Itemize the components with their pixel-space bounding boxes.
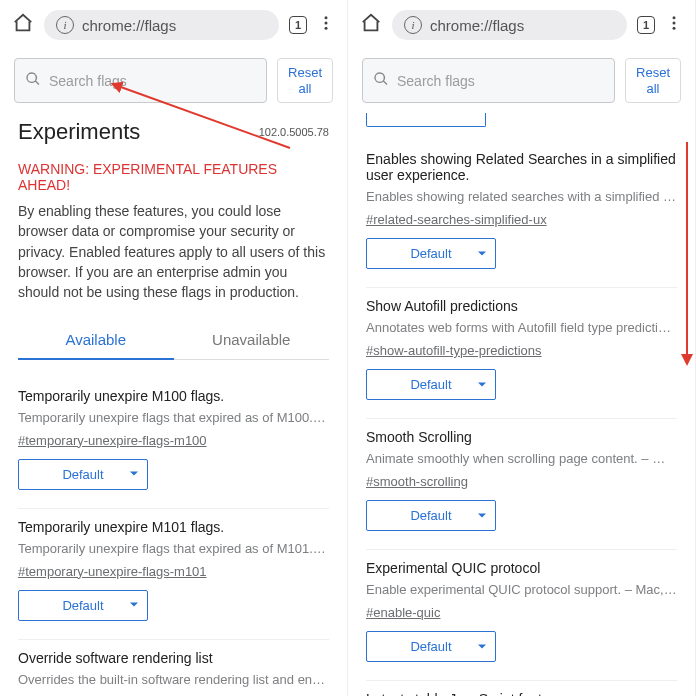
- search-icon: [25, 71, 41, 91]
- flag-title: Temporarily unexpire M100 flags.: [18, 388, 329, 404]
- flag-item: Latest stable JavaScript features Some w…: [366, 681, 677, 696]
- flag-desc: Overrides the built-in software renderin…: [18, 672, 329, 687]
- search-flags-input[interactable]: [362, 58, 615, 103]
- url-text: chrome://flags: [82, 17, 176, 34]
- address-bar[interactable]: i chrome://flags: [44, 10, 279, 40]
- flag-title: Override software rendering list: [18, 650, 329, 666]
- reset-all-button[interactable]: Reset all: [277, 58, 333, 103]
- svg-point-2: [325, 27, 328, 30]
- chevron-down-icon: [477, 508, 487, 523]
- overflow-menu-icon[interactable]: [317, 14, 335, 36]
- page-title: Experiments: [18, 119, 140, 145]
- flag-title: Latest stable JavaScript features: [366, 691, 677, 696]
- partial-dropdown[interactable]: [366, 113, 486, 127]
- version-text: 102.0.5005.78: [259, 126, 329, 138]
- flag-desc: Enable experimental QUIC protocol suppor…: [366, 582, 677, 597]
- flag-dropdown[interactable]: Default: [366, 631, 496, 662]
- search-field[interactable]: [49, 73, 256, 89]
- reset-all-button[interactable]: Reset all: [625, 58, 681, 103]
- chevron-down-icon: [477, 639, 487, 654]
- browser-toolbar: i chrome://flags 1: [348, 0, 695, 50]
- search-row: Reset all: [0, 50, 347, 111]
- flag-anchor[interactable]: #show-autofill-type-predictions: [366, 343, 542, 358]
- flag-dropdown[interactable]: Default: [366, 238, 496, 269]
- chevron-down-icon: [129, 467, 139, 482]
- flag-anchor[interactable]: #temporary-unexpire-flags-m101: [18, 564, 207, 579]
- svg-point-3: [673, 16, 676, 19]
- svg-point-5: [673, 27, 676, 30]
- flag-anchor[interactable]: #enable-quic: [366, 605, 440, 620]
- home-icon[interactable]: [360, 12, 382, 38]
- chevron-down-icon: [477, 377, 487, 392]
- pane-right: i chrome://flags 1 Reset all Enables sho…: [348, 0, 696, 696]
- pane-left: i chrome://flags 1 Reset all Experiments…: [0, 0, 348, 696]
- address-bar[interactable]: i chrome://flags: [392, 10, 627, 40]
- flag-item: Enables showing Related Searches in a si…: [366, 141, 677, 288]
- flag-item: Show Autofill predictions Annotates web …: [366, 288, 677, 419]
- flag-item: Smooth Scrolling Animate smoothly when s…: [366, 419, 677, 550]
- flag-desc: Temporarily unexpire flags that expired …: [18, 410, 329, 425]
- tab-unavailable[interactable]: Unavailable: [174, 321, 330, 359]
- site-info-icon[interactable]: i: [404, 16, 422, 34]
- flag-item: Temporarily unexpire M101 flags. Tempora…: [18, 509, 329, 640]
- flag-anchor[interactable]: #smooth-scrolling: [366, 474, 468, 489]
- search-flags-input[interactable]: [14, 58, 267, 103]
- svg-point-4: [673, 22, 676, 25]
- search-row: Reset all: [348, 50, 695, 111]
- overflow-menu-icon[interactable]: [665, 14, 683, 36]
- svg-point-1: [325, 22, 328, 25]
- flag-item: Temporarily unexpire M100 flags. Tempora…: [18, 378, 329, 509]
- flag-title: Show Autofill predictions: [366, 298, 677, 314]
- home-icon[interactable]: [12, 12, 34, 38]
- flag-title: Enables showing Related Searches in a si…: [366, 151, 677, 183]
- flag-title: Experimental QUIC protocol: [366, 560, 677, 576]
- url-text: chrome://flags: [430, 17, 524, 34]
- warning-blurb: By enabling these features, you could lo…: [18, 201, 329, 320]
- flag-dropdown[interactable]: Default: [366, 500, 496, 531]
- flag-anchor[interactable]: #related-searches-simplified-ux: [366, 212, 547, 227]
- flag-title: Temporarily unexpire M101 flags.: [18, 519, 329, 535]
- site-info-icon[interactable]: i: [56, 16, 74, 34]
- flag-desc: Annotates web forms with Autofill field …: [366, 320, 677, 335]
- warning-text: WARNING: EXPERIMENTAL FEATURES AHEAD!: [18, 145, 329, 201]
- svg-point-0: [325, 16, 328, 19]
- flag-title: Smooth Scrolling: [366, 429, 677, 445]
- flag-desc: Animate smoothly when scrolling page con…: [366, 451, 677, 466]
- chevron-down-icon: [129, 598, 139, 613]
- tabs-icon[interactable]: 1: [637, 16, 655, 34]
- search-field[interactable]: [397, 73, 604, 89]
- left-content: Experiments 102.0.5005.78 WARNING: EXPER…: [0, 111, 347, 696]
- tab-available[interactable]: Available: [18, 321, 174, 360]
- flag-dropdown[interactable]: Default: [18, 590, 148, 621]
- right-content: Enables showing Related Searches in a si…: [348, 111, 695, 696]
- flag-item: Experimental QUIC protocol Enable experi…: [366, 550, 677, 681]
- flag-desc: Enables showing related searches with a …: [366, 189, 677, 204]
- chevron-down-icon: [477, 246, 487, 261]
- browser-toolbar: i chrome://flags 1: [0, 0, 347, 50]
- search-icon: [373, 71, 389, 91]
- flag-desc: Temporarily unexpire flags that expired …: [18, 541, 329, 556]
- flag-dropdown[interactable]: Default: [366, 369, 496, 400]
- flag-dropdown[interactable]: Default: [18, 459, 148, 490]
- tabs-icon[interactable]: 1: [289, 16, 307, 34]
- flag-anchor[interactable]: #temporary-unexpire-flags-m100: [18, 433, 207, 448]
- tab-bar: Available Unavailable: [18, 321, 329, 360]
- flag-item: Override software rendering list Overrid…: [18, 640, 329, 696]
